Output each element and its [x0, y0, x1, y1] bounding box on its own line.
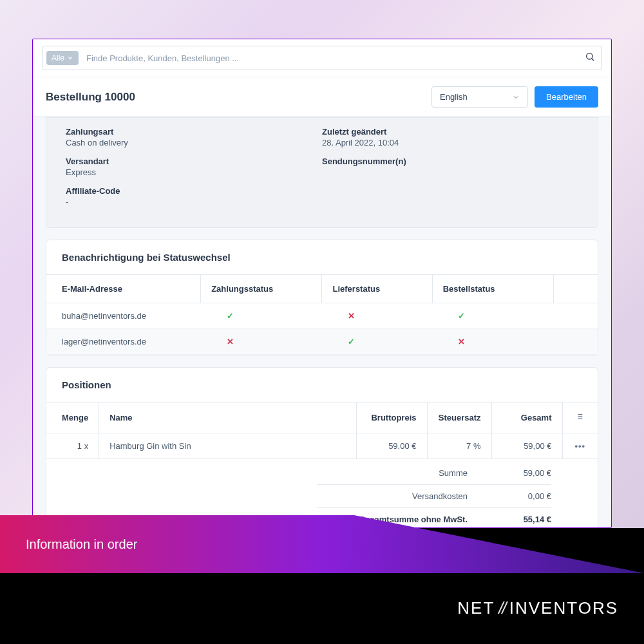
status-yes: ✓ [201, 303, 322, 329]
table-row: buha@netinventors.de✓✕✓ [46, 303, 598, 329]
info-block: ZahlungsartCash on delivery [66, 127, 322, 147]
order-info-card: ZahlungsartCash on deliveryVersandartExp… [46, 117, 598, 228]
totals-value: 55,14 € [493, 515, 551, 524]
totals-label: Versandkosten [352, 491, 493, 501]
totals-row: Summe59,00 € [46, 464, 598, 482]
totals-row: Versandkosten0,00 € [46, 488, 598, 505]
header-actions: English Bearbeiten [431, 86, 598, 108]
info-value: - [66, 197, 322, 207]
info-label: Zahlungsart [66, 127, 322, 137]
col-total: Gesamt [491, 402, 562, 433]
positions-card: Positionen Menge Name Bruttopreis Steuer… [46, 367, 598, 528]
language-select-label: English [440, 92, 468, 102]
table-row: lager@netinventors.de✕✓✕ [46, 329, 598, 355]
search-filter-label: Alle [52, 53, 64, 62]
cross-icon: ✕ [348, 311, 355, 321]
order-info-left: ZahlungsartCash on deliveryVersandartExp… [66, 127, 322, 216]
cell-menu: ••• [562, 433, 598, 459]
cross-icon: ✕ [458, 337, 465, 346]
list-icon[interactable] [575, 414, 585, 424]
col-email: E-Mail-Adresse [46, 275, 201, 303]
check-icon: ✓ [458, 311, 465, 321]
info-block: Affiliate-Code- [66, 186, 322, 207]
info-label: Sendungsnummer(n) [322, 156, 578, 166]
col-name: Name [99, 402, 356, 433]
col-payment: Zahlungsstatus [201, 275, 322, 303]
brand-slashes: // [498, 598, 505, 618]
cell-name: Hamburg Gin with Sin [99, 433, 356, 459]
info-block: Sendungsnummer(n) [322, 156, 578, 166]
chevron-down-icon [67, 55, 73, 61]
brand-logo: NET // INVENTORS [457, 598, 618, 618]
notifications-table: E-Mail-Adresse Zahlungsstatus Lieferstat… [46, 274, 598, 355]
totals-value: 0,00 € [493, 491, 551, 501]
info-value: Cash on delivery [66, 138, 322, 147]
totals-label: Summe [352, 468, 493, 478]
content-area: ZahlungsartCash on deliveryVersandartExp… [33, 117, 611, 528]
page-header: Bestellung 10000 English Bearbeiten [33, 77, 611, 117]
info-label: Affiliate-Code [66, 186, 322, 196]
check-icon: ✓ [227, 311, 234, 321]
info-label: Versandart [66, 156, 322, 166]
app-panel: Alle Bestellung 10000 English Bearbeiten… [32, 39, 612, 528]
status-yes: ✓ [322, 329, 432, 355]
language-select[interactable]: English [431, 86, 528, 108]
cell-tax: 7 % [427, 433, 491, 459]
info-label: Zuletzt geändert [322, 127, 578, 137]
search-icon[interactable] [585, 52, 595, 64]
col-order: Bestellstatus [432, 275, 553, 303]
positions-title: Positionen [46, 368, 598, 402]
cell-email: buha@netinventors.de [46, 303, 201, 329]
col-tax: Steuersatz [427, 402, 491, 433]
info-block: Zuletzt geändert28. April 2022, 10:04 [322, 127, 578, 147]
cell-total: 59,00 € [491, 433, 562, 459]
svg-line-1 [592, 59, 594, 61]
status-no: ✕ [201, 329, 322, 355]
table-row: 1 xHamburg Gin with Sin59,00 €7 %59,00 €… [46, 433, 598, 459]
cell-qty: 1 x [46, 433, 99, 459]
check-icon: ✓ [348, 337, 355, 346]
cell-email: lager@netinventors.de [46, 329, 201, 355]
col-delivery: Lieferstatus [322, 275, 432, 303]
status-yes: ✓ [432, 303, 553, 329]
brand-part1: NET [457, 598, 495, 618]
notifications-card: Benachrichtigung bei Statuswechsel E-Mai… [46, 240, 598, 355]
col-menu [562, 402, 598, 433]
positions-table: Menge Name Bruttopreis Steuersatz Gesamt… [46, 402, 598, 459]
status-no: ✕ [322, 303, 432, 329]
totals-value: 59,00 € [493, 468, 551, 478]
info-value: 28. April 2022, 10:04 [322, 138, 578, 147]
col-qty: Menge [46, 402, 99, 433]
brand-part2: INVENTORS [509, 598, 618, 618]
info-block: VersandartExpress [66, 156, 322, 177]
svg-point-0 [587, 53, 592, 59]
cell-actions [553, 303, 598, 329]
more-icon[interactable]: ••• [574, 441, 585, 451]
search-bar: Alle [42, 46, 602, 70]
cross-icon: ✕ [227, 337, 234, 346]
order-info-right: Zuletzt geändert28. April 2022, 10:04Sen… [322, 127, 578, 216]
info-value: Express [66, 167, 322, 177]
cell-actions [553, 329, 598, 355]
notifications-title: Benachrichtigung bei Statuswechsel [46, 240, 598, 274]
search-filter-pill[interactable]: Alle [46, 51, 79, 65]
col-gross: Bruttopreis [356, 402, 427, 433]
col-actions [553, 275, 598, 303]
chevron-down-icon [512, 93, 520, 101]
caption-text: Information in order [26, 537, 137, 552]
cell-gross: 59,00 € [356, 433, 427, 459]
status-no: ✕ [432, 329, 553, 355]
search-input[interactable] [79, 53, 585, 63]
page-title: Bestellung 10000 [46, 91, 135, 104]
edit-button[interactable]: Bearbeiten [535, 86, 598, 108]
